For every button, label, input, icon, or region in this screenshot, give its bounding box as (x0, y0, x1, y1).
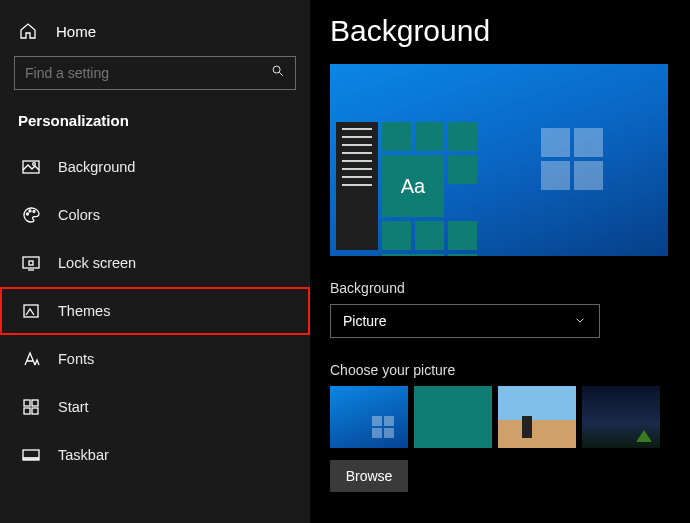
lockscreen-icon (20, 252, 42, 274)
windows-logo-icon (541, 128, 603, 190)
sidebar-item-label: Background (58, 159, 135, 175)
svg-point-4 (29, 210, 31, 212)
sidebar-item-themes[interactable]: Themes (0, 287, 310, 335)
sidebar-item-fonts[interactable]: Fonts (0, 335, 310, 383)
preview-sample-text-tile: Aa (382, 155, 444, 217)
picture-option-3[interactable] (498, 386, 576, 448)
section-title: Personalization (0, 112, 310, 143)
home-link[interactable]: Home (0, 12, 310, 56)
svg-point-2 (33, 163, 36, 166)
sidebar-item-background[interactable]: Background (0, 143, 310, 191)
svg-rect-12 (32, 408, 38, 414)
chevron-down-icon (573, 313, 587, 330)
svg-rect-9 (24, 400, 30, 406)
svg-rect-11 (24, 408, 30, 414)
sidebar-item-label: Colors (58, 207, 100, 223)
picture-option-4[interactable] (582, 386, 660, 448)
svg-point-0 (273, 66, 280, 73)
svg-rect-6 (23, 257, 39, 268)
sidebar-item-label: Taskbar (58, 447, 109, 463)
svg-point-3 (27, 213, 29, 215)
sidebar-item-label: Lock screen (58, 255, 136, 271)
sidebar-item-label: Start (58, 399, 89, 415)
background-label: Background (330, 280, 670, 296)
picture-icon (20, 156, 42, 178)
taskbar-icon (20, 444, 42, 466)
main-panel: Background Aa Background Picture Choose … (310, 0, 690, 523)
svg-rect-7 (29, 261, 33, 265)
sidebar-item-taskbar[interactable]: Taskbar (0, 431, 310, 479)
desktop-preview: Aa (330, 64, 668, 256)
home-icon (18, 20, 40, 42)
search-input[interactable] (25, 65, 233, 81)
search-icon (271, 64, 285, 82)
sidebar-item-start[interactable]: Start (0, 383, 310, 431)
picture-option-2[interactable] (414, 386, 492, 448)
preview-start-list (336, 122, 378, 250)
picture-option-1[interactable] (330, 386, 408, 448)
svg-rect-14 (23, 457, 39, 460)
fonts-icon (20, 348, 42, 370)
background-type-dropdown[interactable]: Picture (330, 304, 600, 338)
choose-picture-label: Choose your picture (330, 362, 670, 378)
svg-point-5 (33, 211, 35, 213)
picture-thumbnails (330, 386, 670, 448)
themes-icon (20, 300, 42, 322)
palette-icon (20, 204, 42, 226)
sidebar-item-label: Fonts (58, 351, 94, 367)
sidebar-item-label: Themes (58, 303, 110, 319)
dropdown-value: Picture (343, 313, 387, 329)
search-setting-box[interactable] (14, 56, 296, 90)
page-title: Background (330, 14, 670, 48)
sidebar-item-colors[interactable]: Colors (0, 191, 310, 239)
settings-sidebar: Home Personalization Background Colors L… (0, 0, 310, 523)
start-icon (20, 396, 42, 418)
sidebar-item-lockscreen[interactable]: Lock screen (0, 239, 310, 287)
preview-tiles: Aa (382, 122, 486, 250)
svg-rect-10 (32, 400, 38, 406)
browse-button[interactable]: Browse (330, 460, 408, 492)
home-label: Home (56, 23, 96, 40)
